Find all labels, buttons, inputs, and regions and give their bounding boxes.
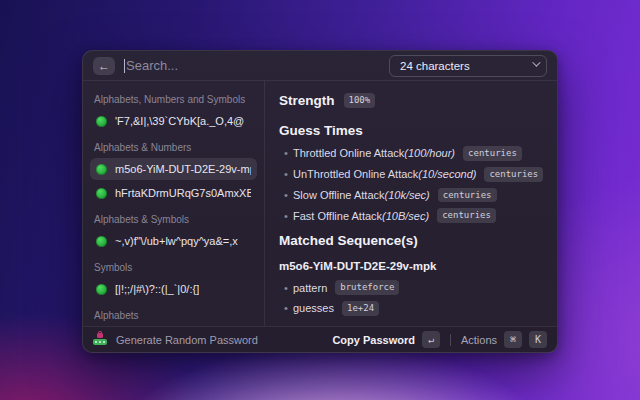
- window-body: Alphabets, Numbers and Symbols'F7,&I|,\3…: [83, 81, 557, 326]
- guess-time-value-badge: centuries: [437, 208, 496, 223]
- password-list-item[interactable]: m5o6-YiM-DUT-D2E-29v-mpk: [90, 158, 257, 180]
- matched-prop-label: guesses: [293, 302, 334, 314]
- matched-props-list: •patternbruteforce•guesses1e+24: [279, 280, 543, 316]
- footer-divider: [450, 334, 451, 346]
- bullet-icon: •: [279, 189, 293, 201]
- guess-time-row: •Slow Offline Attack(10k/sec)centuries: [279, 188, 543, 203]
- back-arrow-icon: ←: [98, 60, 110, 72]
- matched-prop-row: •guesses1e+24: [279, 301, 543, 316]
- k-key-icon: K: [529, 331, 547, 348]
- chevron-down-icon: [532, 58, 540, 66]
- strength-dot-icon: [96, 284, 107, 295]
- password-list-item[interactable]: hFrtaKDrmURqG7s0AmxXBW24: [90, 182, 257, 204]
- password-section-header: Alphabets, Numbers and Symbols: [90, 87, 257, 110]
- bullet-icon: •: [279, 147, 293, 159]
- password-generator-icon: [93, 333, 108, 346]
- password-text: hFrtaKDrmURqG7s0AmxXBW24: [115, 187, 251, 199]
- password-list-item[interactable]: [|!;;/|#\)?::(|_`|0/:{]: [90, 278, 257, 300]
- header-bar: ← Search... 24 characters: [83, 51, 557, 81]
- guess-time-row: •UnThrottled Online Attack(10/second)cen…: [279, 167, 543, 182]
- detail-panel: Strength 100% Guess Times •Throttled Onl…: [265, 81, 557, 326]
- text-cursor: [124, 59, 125, 73]
- command-key-icon: ⌘: [504, 331, 522, 348]
- guess-time-label: UnThrottled Online Attack(10/second): [293, 168, 476, 180]
- search-placeholder: Search...: [126, 58, 178, 73]
- guess-times-title: Guess Times: [279, 123, 543, 138]
- password-text: [|!;;/|#\)?::(|_`|0/:{]: [115, 283, 199, 295]
- guess-time-row: •Fast Offline Attack(10B/sec)centuries: [279, 208, 543, 223]
- password-list-item[interactable]: ~,v)f"\/ub+lw^pqy^ya&=,x: [90, 230, 257, 252]
- password-text: ~,v)f"\/ub+lw^pqy^ya&=,x: [115, 235, 238, 247]
- password-length-dropdown[interactable]: 24 characters: [389, 55, 547, 77]
- extension-label: Generate Random Password: [116, 334, 258, 346]
- bullet-icon: •: [279, 168, 293, 180]
- bullet-icon: •: [279, 302, 293, 314]
- actions-button[interactable]: Actions: [461, 334, 497, 346]
- matched-sequences-title: Matched Sequence(s): [279, 233, 543, 248]
- password-section-header: Alphabets & Numbers: [90, 134, 257, 158]
- matched-password: m5o6-YiM-DUT-D2E-29v-mpk: [279, 260, 543, 272]
- guess-time-value-badge: centuries: [463, 146, 522, 161]
- strength-label: Strength: [279, 93, 335, 108]
- password-list: Alphabets, Numbers and Symbols'F7,&I|,\3…: [83, 81, 265, 326]
- strength-dot-icon: [96, 236, 107, 247]
- password-length-value: 24 characters: [400, 60, 470, 72]
- command-palette-window: ← Search... 24 characters Alphabets, Num…: [82, 50, 558, 353]
- return-key-icon: ↵: [422, 331, 440, 348]
- strength-dot-icon: [96, 164, 107, 175]
- guess-time-label: Throttled Online Attack(100/hour): [293, 147, 455, 159]
- guess-time-value-badge: centuries: [484, 167, 543, 182]
- matched-prop-label: pattern: [293, 282, 327, 294]
- strength-row: Strength 100%: [279, 93, 543, 108]
- strength-badge: 100%: [344, 93, 376, 108]
- password-text: m5o6-YiM-DUT-D2E-29v-mpk: [115, 163, 251, 175]
- password-section-header: Symbols: [90, 254, 257, 278]
- search-input[interactable]: Search...: [124, 58, 389, 73]
- guess-times-list: •Throttled Online Attack(100/hour)centur…: [279, 146, 543, 223]
- footer-bar: Generate Random Password Copy Password ↵…: [83, 326, 557, 352]
- back-button[interactable]: ←: [93, 57, 115, 75]
- desktop-background: { "header": { "back_icon": "←", "search_…: [0, 0, 640, 400]
- guess-time-value-badge: centuries: [438, 188, 497, 203]
- matched-prop-value-badge: 1e+24: [342, 301, 379, 316]
- footer-actions: Copy Password ↵ Actions ⌘ K: [332, 331, 547, 348]
- password-section-header: Alphabets & Symbols: [90, 206, 257, 230]
- guess-time-label: Slow Offline Attack(10k/sec): [293, 189, 430, 201]
- bullet-icon: •: [279, 282, 293, 294]
- password-section-header: Alphabets: [90, 302, 257, 326]
- bullet-icon: •: [279, 210, 293, 222]
- strength-dot-icon: [96, 188, 107, 199]
- guess-time-label: Fast Offline Attack(10B/sec): [293, 210, 429, 222]
- copy-password-button[interactable]: Copy Password: [332, 334, 415, 346]
- password-text: 'F7,&I|,\39`CYbK[a._O,4@: [115, 115, 244, 127]
- strength-dot-icon: [96, 116, 107, 127]
- password-list-item[interactable]: 'F7,&I|,\39`CYbK[a._O,4@: [90, 110, 257, 132]
- matched-prop-value-badge: bruteforce: [335, 280, 399, 295]
- guess-time-row: •Throttled Online Attack(100/hour)centur…: [279, 146, 543, 161]
- matched-prop-row: •patternbruteforce: [279, 280, 543, 295]
